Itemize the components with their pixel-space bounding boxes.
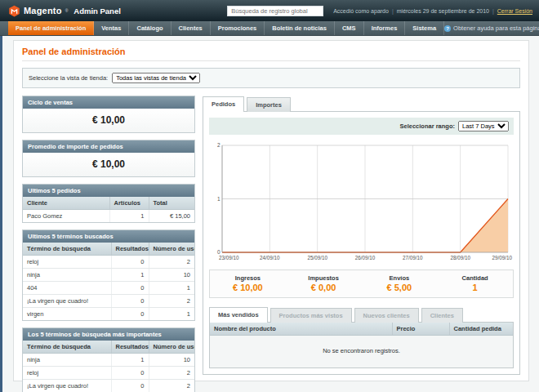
table-cell: ¡La virgen que cuadro! — [23, 380, 111, 392]
dashboard-page: Panel de administración Seleccione la vi… — [13, 40, 529, 381]
nav-item-panel-de-administracion[interactable]: Panel de administración — [8, 21, 94, 35]
orders-chart: 01223/09/1024/09/1025/09/1026/09/1027/09… — [209, 139, 514, 263]
stat-label: Ingresos — [210, 274, 286, 282]
table-row[interactable]: reloj02 — [23, 256, 194, 269]
box-title: Ultimos 5 pedidos — [23, 185, 194, 197]
average-orders-value: € 10,00 — [23, 153, 194, 176]
last-search-terms-table: Término de búsquedaResultadosNúmero de u… — [23, 243, 194, 320]
logged-in-text: Accedió como apardo — [333, 8, 389, 14]
nav-item-sistema[interactable]: Sistema — [405, 21, 444, 35]
table-cell: 2 — [149, 367, 194, 380]
window-edge — [0, 0, 2, 392]
table-cell: reloj — [23, 256, 111, 269]
lifetime-sales-box: Ciclo de ventas € 10,00 — [22, 96, 195, 133]
column-header: Artículos — [109, 197, 149, 210]
dashboard-right-column: PedidosImportes Seleccionar rango: Last … — [203, 96, 520, 392]
box-title: Los 5 términos de búsqueda más important… — [23, 328, 194, 341]
tab-clientes: Clientes — [421, 308, 463, 323]
current-date-text: miércoles 29 de septiembre de 2010 — [397, 8, 489, 14]
table-row[interactable]: ninja110 — [23, 269, 194, 282]
top-search-terms-table: Término de búsquedaResultadosNúmero de u… — [23, 341, 194, 392]
nav-item-catalogo[interactable]: Catálogo — [129, 21, 171, 35]
svg-text:25/09/10: 25/09/10 — [307, 255, 327, 261]
main-nav: Panel de administraciónVentasCatálogoCli… — [0, 21, 539, 36]
svg-text:26/09/10: 26/09/10 — [355, 255, 376, 261]
table-row[interactable]: ninja110 — [23, 354, 194, 367]
box-title: Ciclo de ventas — [23, 96, 194, 109]
column-header: Nombre del producto — [210, 323, 392, 336]
nav-item-informes[interactable]: Informes — [364, 21, 406, 35]
stat-envios: Envíos€ 5,00 — [362, 274, 438, 292]
column-header: Total — [149, 197, 194, 210]
table-cell: 2 — [149, 256, 194, 269]
table-row[interactable]: ¡La virgen que cuadro!02 — [23, 380, 194, 392]
table-cell: € 15,00 — [149, 210, 194, 223]
table-cell: 0 — [111, 367, 149, 380]
stat-value: € 10,00 — [210, 283, 286, 292]
page-title: Panel de administración — [22, 47, 520, 61]
table-cell: 10 — [149, 354, 194, 367]
svg-text:2: 2 — [217, 142, 220, 148]
registered-mark: ® — [65, 8, 69, 13]
column-header: Resultados — [111, 243, 149, 256]
range-select[interactable]: Last 7 Days — [458, 121, 509, 131]
svg-text:23/09/10: 23/09/10 — [219, 255, 239, 261]
table-row[interactable]: reloj02 — [23, 367, 194, 380]
nav-item-ventas[interactable]: Ventas — [94, 21, 129, 35]
table-row[interactable]: 40401 — [23, 282, 194, 295]
magento-admin-window: Magento® Admin Panel Accedió como apardo… — [0, 0, 539, 392]
tab-importes[interactable]: Importes — [247, 97, 291, 112]
empty-message: No se encontraron registros. — [210, 336, 513, 368]
store-view-select[interactable]: Todas las vistas de tienda — [112, 73, 200, 83]
top-search-terms-box: Los 5 términos de búsqueda más important… — [22, 327, 195, 392]
table-row[interactable]: Paco Gomez1€ 15,00 — [23, 210, 194, 223]
chart-area: 01223/09/1024/09/1025/09/1026/09/1027/09… — [209, 139, 514, 263]
table-cell: 2 — [149, 295, 194, 308]
tab-productos-mas-vistos: Productos más vistos — [270, 308, 352, 323]
stat-label: Impuestos — [286, 274, 362, 282]
logout-link[interactable]: Cerrar Sesión — [497, 8, 532, 14]
nav-item-clientes[interactable]: Clientes — [172, 21, 211, 35]
products-grid-box: Nombre del productoPrecioCantidad pedida… — [209, 322, 514, 368]
column-header: Cantidad pedida — [449, 323, 513, 336]
table-cell: 1 — [109, 210, 149, 223]
help-label: Obtener ayuda para esta página — [453, 24, 539, 32]
table-cell: Paco Gomez — [23, 210, 109, 223]
column-header: Término de búsqueda — [23, 243, 111, 256]
store-view-label: Seleccione la vista de tienda: — [29, 74, 108, 82]
nav-item-boletin-de-noticias[interactable]: Boletín de noticias — [265, 21, 335, 35]
table-cell: ninja — [23, 269, 111, 282]
stat-ingresos: Ingresos€ 10,00 — [210, 274, 286, 292]
table-cell: 1 — [111, 354, 149, 367]
nav-item-promociones[interactable]: Promociones — [211, 21, 265, 35]
table-cell: virgen — [23, 308, 111, 321]
last-orders-table: ClienteArtículosTotalPaco Gomez1€ 15,00 — [23, 197, 194, 222]
nav-item-cms[interactable]: CMS — [335, 21, 364, 35]
tab-nuevos-clientes: Nuevos clientes — [354, 308, 419, 323]
svg-text:29/09/10: 29/09/10 — [492, 255, 512, 261]
column-header: Resultados — [111, 341, 149, 354]
table-cell: 0 — [111, 308, 149, 321]
separator: | — [492, 8, 494, 14]
tab-mas-vendidos[interactable]: Más vendidos — [209, 307, 268, 323]
table-cell: 1 — [111, 269, 149, 282]
separator: | — [392, 8, 394, 14]
stat-value: € 0,00 — [286, 283, 362, 292]
stat-label: Cantidad — [437, 274, 513, 282]
table-cell: 0 — [111, 380, 149, 392]
store-view-switcher: Seleccione la vista de tienda: Todas las… — [22, 68, 520, 88]
global-search-input[interactable] — [227, 6, 323, 16]
user-info: Accedió como apardo | miércoles 29 de se… — [333, 8, 532, 14]
chart-tabs: PedidosImportes — [203, 96, 520, 111]
help-link[interactable]: ? Obtener ayuda para esta página — [444, 21, 539, 35]
magento-logo-icon — [8, 5, 20, 17]
top-header: Magento® Admin Panel Accedió como apardo… — [0, 0, 539, 21]
table-row[interactable]: virgen01 — [23, 308, 194, 321]
table-cell: ninja — [23, 354, 111, 367]
column-header: Término de búsqueda — [23, 341, 111, 354]
tab-pedidos[interactable]: Pedidos — [203, 96, 244, 112]
table-cell: reloj — [23, 367, 111, 380]
svg-text:28/09/10: 28/09/10 — [450, 255, 470, 261]
table-row[interactable]: ¡La virgen que cuadro!02 — [23, 295, 194, 308]
last-search-terms-box: Ultimos 5 términos buscados Término de b… — [22, 229, 195, 321]
